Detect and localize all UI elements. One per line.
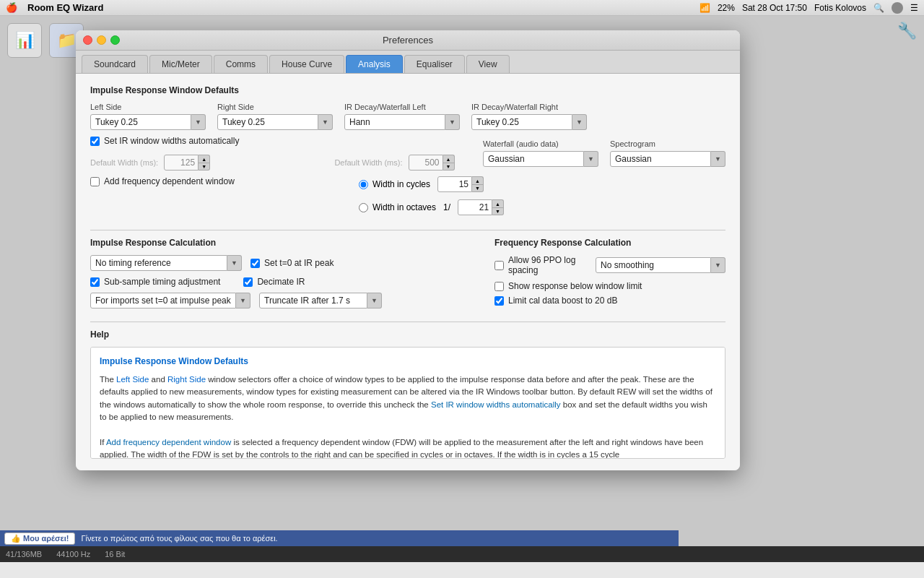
timing-ref-row: No timing reference ▼ Set t=0 at IR peak — [90, 255, 480, 271]
help-link-set-ir-auto[interactable]: Set IR window widths automatically — [431, 400, 561, 409]
add-freq-dep-label: Add frequency dependent window — [104, 176, 235, 186]
smoothing-arrow[interactable]: ▼ — [711, 257, 725, 273]
decimate-checkbox[interactable] — [243, 277, 253, 287]
allow96-checkbox[interactable] — [494, 261, 504, 270]
menubar: 🍎 Room EQ Wizard 📶 22% Sat 28 Oct 17:50 … — [0, 0, 924, 16]
width-cycles-input[interactable] — [437, 176, 472, 192]
right-side-dropdown[interactable]: Tukey 0.25 — [217, 114, 318, 130]
width-cycles-down[interactable]: ▼ — [472, 184, 484, 192]
width-octaves-up[interactable]: ▲ — [492, 199, 504, 207]
default-width-right-input[interactable] — [409, 155, 443, 171]
fb-like-button[interactable]: 👍 Μου αρέσει! — [4, 532, 75, 545]
width-cycles-up[interactable]: ▲ — [472, 176, 484, 184]
desktop-icon-1[interactable]: 📊 — [7, 23, 42, 58]
tab-analysis[interactable]: Analysis — [346, 55, 403, 73]
set-t0-checkbox[interactable] — [250, 259, 260, 268]
tab-view[interactable]: View — [466, 55, 510, 73]
truncate-dropdown[interactable]: Truncate IR after 1.7 s — [259, 293, 367, 309]
width-octaves-down[interactable]: ▼ — [492, 207, 504, 215]
default-width-left-down[interactable]: ▼ — [199, 163, 210, 171]
default-width-right-label: Default Width (ms): — [334, 158, 402, 167]
default-width-left-up[interactable]: ▲ — [199, 155, 210, 163]
ir-decay-right-dropdown[interactable]: Tukey 0.25 — [471, 114, 572, 130]
minimize-button[interactable] — [97, 35, 106, 45]
help-link-right-side[interactable]: Right Side — [167, 375, 206, 384]
close-button[interactable] — [83, 35, 92, 45]
tab-housecurve[interactable]: House Curve — [269, 55, 344, 73]
left-side-label: Left Side — [90, 103, 206, 111]
timing-ref-dropdown[interactable]: No timing reference — [90, 255, 227, 271]
freq-calc-heading: Frequency Response Calculation — [494, 238, 725, 248]
spectrogram-label: Spectrogram — [610, 139, 725, 148]
truncate-dropdown-wrap: Truncate IR after 1.7 s ▼ — [259, 293, 382, 309]
left-side-col: Left Side Tukey 0.25 ▼ — [90, 103, 206, 130]
spectrogram-dropdown-wrap: Gaussian ▼ — [610, 151, 725, 167]
imports-arrow[interactable]: ▼ — [236, 293, 250, 309]
tab-equaliser[interactable]: Equaliser — [404, 55, 465, 73]
help-paragraph-1: The Left Side and Right Side window sele… — [100, 374, 716, 423]
limit-cal-checkbox[interactable] — [494, 296, 504, 306]
ir-decay-right-label: IR Decay/Waterfall Right — [471, 103, 587, 111]
app-name[interactable]: Room EQ Wizard — [27, 2, 103, 13]
tab-soundcard[interactable]: Soundcard — [82, 55, 148, 73]
default-width-right-up[interactable]: ▲ — [443, 155, 455, 163]
apple-menu[interactable]: 🍎 — [6, 2, 17, 13]
spectrogram-dropdown[interactable]: Gaussian — [610, 151, 711, 167]
decimate-label: Decimate IR — [257, 277, 305, 287]
desktop: 📊 📁 🔧 Preferences Soundcard Mic/Meter Co… — [0, 16, 924, 562]
left-side-dropdown[interactable]: Tukey 0.25 — [90, 114, 191, 130]
set-ir-row: Set IR window widths automatically Defau… — [90, 136, 725, 171]
left-side-dropdown-wrap: Tukey 0.25 ▼ — [90, 114, 206, 130]
help-link-add-freq-dep[interactable]: Add frequency dependent window — [106, 438, 231, 447]
ir-decay-left-arrow[interactable]: ▼ — [445, 114, 460, 130]
ir-decay-right-dropdown-wrap: Tukey 0.25 ▼ — [471, 114, 587, 130]
maximize-button[interactable] — [110, 35, 120, 45]
battery-status: 22% — [718, 3, 735, 13]
timing-ref-arrow[interactable]: ▼ — [227, 255, 242, 271]
sub-sample-row: Sub-sample timing adjustment Decimate IR — [90, 277, 480, 287]
spectrogram-arrow[interactable]: ▼ — [711, 151, 725, 167]
right-side-col: Right Side Tukey 0.25 ▼ — [217, 103, 333, 130]
set-ir-auto-label: Set IR window widths automatically — [104, 136, 239, 146]
waterfall-dropdown-wrap: Gaussian ▼ — [483, 151, 598, 167]
allow96-checkbox-row: Allow 96 PPO log spacing — [494, 255, 580, 275]
ir-calc-heading: Impulse Response Calculation — [90, 238, 480, 248]
default-width-left-stepper: ▲ ▼ — [164, 155, 210, 171]
left-side-dropdown-arrow[interactable]: ▼ — [191, 114, 206, 130]
right-side-dropdown-wrap: Tukey 0.25 ▼ — [217, 114, 333, 130]
tab-micmeter[interactable]: Mic/Meter — [149, 55, 212, 73]
set-ir-auto-checkbox[interactable] — [90, 137, 100, 146]
tab-comms[interactable]: Comms — [214, 55, 268, 73]
right-side-dropdown-arrow[interactable]: ▼ — [318, 114, 333, 130]
waterfall-arrow[interactable]: ▼ — [584, 151, 598, 167]
wrench-icon[interactable]: 🔧 — [897, 22, 917, 40]
menu-icon[interactable]: ☰ — [910, 3, 918, 13]
fb-text: Γίνετε ο πρώτος από τους φίλους σας που … — [81, 534, 277, 543]
freq-calc-section: Frequency Response Calculation Allow 96 … — [494, 238, 725, 314]
show-response-label: Show response below window limit — [508, 281, 642, 291]
ir-decay-left-dropdown[interactable]: Hann — [344, 114, 445, 130]
waterfall-dropdown[interactable]: Gaussian — [483, 151, 584, 167]
imports-dropdown-wrap: For imports set t=0 at impulse peak ▼ — [90, 293, 250, 309]
wifi-icon: 📶 — [699, 3, 710, 13]
width-cycles-radio[interactable] — [359, 180, 368, 189]
help-link-left-side[interactable]: Left Side — [116, 375, 149, 384]
smoothing-dropdown[interactable]: No smoothing — [596, 257, 711, 273]
truncate-arrow[interactable]: ▼ — [367, 293, 382, 309]
width-octaves-input[interactable] — [458, 199, 492, 215]
set-t0-label: Set t=0 at IR peak — [264, 258, 334, 268]
ir-decay-right-col: IR Decay/Waterfall Right Tukey 0.25 ▼ — [471, 103, 587, 130]
imports-dropdown[interactable]: For imports set t=0 at impulse peak — [90, 293, 236, 309]
help-box[interactable]: Impulse Response Window Defaults The Lef… — [90, 347, 725, 459]
allow96-label: Allow 96 PPO log spacing — [508, 255, 580, 275]
right-side-label: Right Side — [217, 103, 333, 111]
width-octaves-radio[interactable] — [359, 203, 368, 212]
sub-sample-checkbox[interactable] — [90, 277, 100, 287]
search-icon[interactable]: 🔍 — [873, 3, 884, 13]
default-width-right-down[interactable]: ▼ — [443, 163, 455, 171]
add-freq-dep-checkbox[interactable] — [90, 177, 100, 186]
default-width-left-input[interactable] — [164, 155, 199, 171]
show-response-checkbox[interactable] — [494, 282, 504, 291]
ir-decay-right-arrow[interactable]: ▼ — [572, 114, 587, 130]
user-avatar — [892, 2, 903, 14]
